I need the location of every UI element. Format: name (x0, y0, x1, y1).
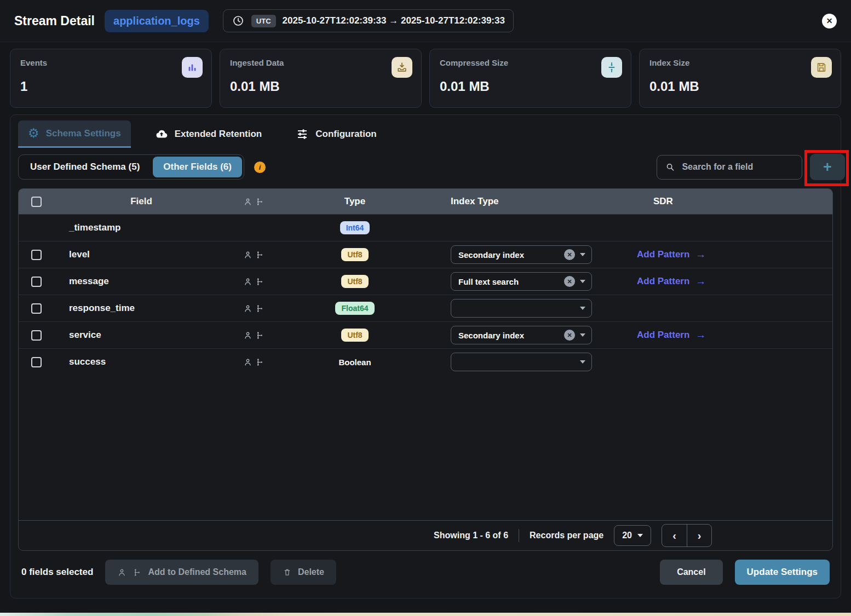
add-field-button[interactable]: + (810, 154, 845, 180)
stats-row: Events 1 Ingested Data 0.01 MB Compresse… (0, 42, 851, 108)
info-icon[interactable]: i (254, 162, 266, 173)
page-title: Stream Detail (14, 14, 95, 28)
chevron-down-icon[interactable] (580, 280, 585, 283)
stat-value: 1 (20, 79, 202, 94)
field-name: level (54, 249, 229, 260)
previous-page-button[interactable]: ‹ (662, 525, 687, 546)
field-name: message (54, 276, 229, 287)
chevron-down-icon[interactable] (580, 307, 585, 310)
trash-icon (283, 568, 292, 577)
add-pattern-link[interactable]: Add Pattern → (637, 329, 706, 341)
select-all-checkbox[interactable] (31, 197, 42, 207)
toggle-user-defined-schema[interactable]: User Defined Schema (5) (19, 156, 151, 179)
tab-schema-settings[interactable]: ⚙ Schema Settings (18, 120, 131, 148)
tab-extended-retention[interactable]: Extended Retention (145, 120, 272, 148)
next-page-button[interactable]: › (687, 525, 711, 546)
stream-name-badge: application_logs (105, 10, 209, 32)
type-badge: Float64 (335, 302, 374, 315)
clear-icon[interactable]: ✕ (564, 330, 575, 341)
add-pattern-link[interactable]: Add Pattern → (637, 275, 706, 287)
save-icon (811, 57, 832, 78)
row-checkbox[interactable] (31, 277, 42, 287)
pager: ‹ › (662, 524, 712, 547)
stat-value: 0.01 MB (230, 79, 411, 94)
update-settings-button[interactable]: Update Settings (735, 560, 830, 585)
table-row: message Utf8 Full text search ✕ Add Patt… (19, 268, 832, 295)
schema-icon (255, 304, 264, 313)
field-name: _timestamp (54, 222, 229, 233)
stream-detail-header: Stream Detail application_logs UTC 2025-… (0, 0, 851, 42)
table-row: service Utf8 Secondary index ✕ Add Patte… (19, 321, 832, 348)
bar-chart-icon (182, 57, 203, 78)
schema-icon (255, 277, 264, 286)
row-checkbox[interactable] (31, 357, 42, 367)
table-row: response_time Float64 (19, 295, 832, 321)
stat-card: Index Size 0.01 MB (639, 49, 841, 108)
field-name: success (54, 356, 229, 367)
stat-card: Events 1 (10, 49, 212, 108)
row-checkbox[interactable] (31, 303, 42, 314)
records-per-page-value: 20 (622, 531, 632, 540)
showing-text: Showing 1 - 6 of 6 (434, 531, 508, 540)
search-input[interactable] (682, 162, 794, 172)
column-header-type: Type (278, 196, 432, 207)
schema-icon (255, 331, 264, 340)
row-checkbox[interactable] (31, 250, 42, 260)
time-range-text: 2025-10-27T12:02:39:33 → 2025-10-27T12:0… (283, 15, 505, 26)
arrow-right-icon: → (695, 275, 706, 287)
tab-label: Configuration (315, 129, 376, 140)
tab-label: Schema Settings (46, 128, 121, 139)
stat-value: 0.01 MB (440, 79, 621, 94)
index-type-select[interactable]: Secondary index ✕ (451, 245, 592, 264)
stream-settings-panel: ⚙ Schema Settings Extended Retention Con… (10, 114, 841, 598)
timezone-badge: UTC (251, 15, 276, 27)
stat-label: Compressed Size (440, 58, 508, 67)
table-header-row: Field Type Index Type SDR (19, 189, 832, 214)
schema-view-toggle: User Defined Schema (5) Other Fields (6) (18, 154, 244, 180)
index-type-select[interactable] (451, 299, 592, 318)
type-badge: Utf8 (341, 329, 368, 342)
schema-icon (133, 568, 142, 577)
add-to-defined-schema-button[interactable]: Add to Defined Schema (105, 560, 258, 585)
stat-label: Index Size (649, 58, 689, 67)
person-icon (243, 331, 252, 340)
stat-value: 0.01 MB (649, 79, 831, 94)
index-type-value: Full text search (458, 277, 564, 286)
person-icon (117, 568, 127, 577)
cancel-button[interactable]: Cancel (660, 560, 722, 585)
index-type-select[interactable]: Secondary index ✕ (451, 326, 592, 344)
index-type-value: Secondary index (458, 250, 564, 260)
divider (519, 529, 519, 542)
column-header-field: Field (54, 196, 229, 207)
row-checkbox[interactable] (31, 330, 42, 341)
index-type-value: Secondary index (458, 331, 564, 340)
bottom-gradient-bar (0, 613, 851, 616)
toggle-other-fields[interactable]: Other Fields (6) (153, 157, 242, 177)
tab-configuration[interactable]: Configuration (286, 120, 386, 148)
cloud-upload-icon (155, 128, 168, 141)
person-icon (243, 250, 252, 260)
chevron-down-icon[interactable] (580, 333, 585, 337)
schema-toolbar: User Defined Schema (5) Other Fields (6)… (18, 153, 833, 181)
chevron-down-icon (637, 534, 643, 537)
records-per-page-select[interactable]: 20 (614, 525, 651, 546)
close-icon[interactable]: ✕ (822, 14, 837, 28)
schema-icon (255, 250, 264, 260)
clear-icon[interactable]: ✕ (564, 249, 575, 260)
add-pattern-link[interactable]: Add Pattern → (637, 249, 706, 261)
person-icon (243, 304, 252, 313)
records-per-page-label: Records per page (530, 531, 603, 540)
delete-button[interactable]: Delete (271, 560, 336, 585)
time-range-button[interactable]: UTC 2025-10-27T12:02:39:33 → 2025-10-27T… (223, 9, 514, 32)
chevron-down-icon[interactable] (580, 360, 585, 364)
type-badge: Boolean (338, 358, 371, 367)
index-type-select[interactable]: Full text search ✕ (451, 272, 592, 291)
clear-icon[interactable]: ✕ (564, 276, 575, 287)
type-badge: Int64 (340, 221, 370, 234)
person-icon (243, 358, 252, 367)
arrow-right-icon: → (695, 249, 706, 261)
table-empty-area (19, 375, 832, 520)
schema-icon (255, 358, 264, 367)
chevron-down-icon[interactable] (580, 253, 585, 256)
index-type-select[interactable] (451, 353, 592, 371)
